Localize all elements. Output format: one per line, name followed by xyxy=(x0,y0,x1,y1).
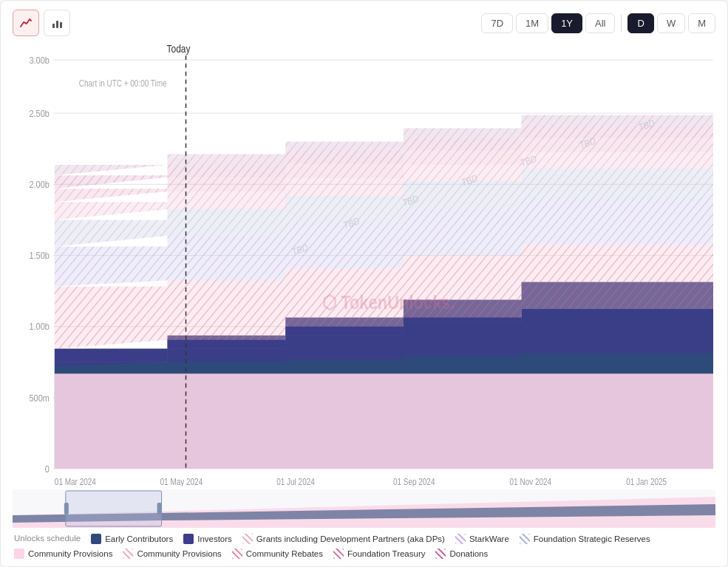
toolbar-divider xyxy=(621,14,622,32)
chart-subtitle: Chart in UTC + 00:00 Time xyxy=(79,78,167,88)
main-chart-svg: 3.00b 2.50b 2.00b 1.50b 1.00b 500m 0 Cha… xyxy=(13,42,715,486)
x-label-sep: 01 Sep 2024 xyxy=(393,477,435,486)
line-chart-icon xyxy=(19,16,33,30)
bar-chart-icon xyxy=(50,16,64,30)
starkware-label: StarkWare xyxy=(469,534,509,543)
y-label-250b: 2.50b xyxy=(29,108,50,119)
grants-swatch xyxy=(242,534,253,544)
btn-1m[interactable]: 1M xyxy=(516,13,548,33)
y-label-500m: 500m xyxy=(29,393,49,404)
y-label-200b: 2.00b xyxy=(29,179,50,190)
legend-row-2: Community Provisions Community Provision… xyxy=(14,549,715,559)
community-prov-solid-label: Community Provisions xyxy=(28,549,112,558)
legend-investors: Investors xyxy=(183,534,232,544)
donations-swatch xyxy=(435,549,446,559)
legend-donations: Donations xyxy=(435,549,488,559)
watermark: ⬡ TokenUnlocks. xyxy=(322,291,455,313)
legend-starkware: StarkWare xyxy=(455,534,509,544)
donations-label: Donations xyxy=(449,549,488,558)
toolbar: 7D 1M 1Y All D W M xyxy=(13,10,715,36)
y-label-300b: 3.00b xyxy=(29,55,50,66)
foundation-reserves-label: Foundation Strategic Reserves xyxy=(534,534,650,543)
minimap-area[interactable] xyxy=(13,489,715,528)
x-label-may: 01 May 2024 xyxy=(160,477,203,486)
svg-rect-20 xyxy=(66,491,162,526)
x-label-jul: 01 Jul 2024 xyxy=(276,477,315,486)
legend-section-label: Unlocks schedule xyxy=(14,534,81,544)
y-label-150b: 1.50b xyxy=(29,250,50,261)
early-contributors-swatch xyxy=(91,534,101,544)
community-prov-solid-swatch xyxy=(14,549,24,559)
btn-1y[interactable]: 1Y xyxy=(551,13,582,33)
legend-foundation-reserves: Foundation Strategic Reserves xyxy=(520,534,650,544)
y-label-100b: 1.00b xyxy=(29,321,50,332)
investors-swatch xyxy=(183,534,194,544)
svg-rect-23 xyxy=(157,503,162,515)
btn-m[interactable]: M xyxy=(688,13,715,33)
foundation-treasury-swatch xyxy=(333,549,344,559)
main-container: 7D 1M 1Y All D W M xyxy=(0,0,728,567)
minimap-svg xyxy=(13,489,715,528)
community-prov-hatch-swatch xyxy=(123,549,133,559)
chart-area[interactable]: 3.00b 2.50b 2.00b 1.50b 1.00b 500m 0 Cha… xyxy=(13,42,715,486)
grants-label: Grants including Development Partners (a… xyxy=(256,534,445,543)
today-label: Today xyxy=(167,43,191,55)
btn-d[interactable]: D xyxy=(627,13,653,33)
x-label-mar: 01 Mar 2024 xyxy=(55,477,96,486)
legend-community-prov-hatch: Community Provisions xyxy=(123,549,221,559)
toolbar-right: 7D 1M 1Y All D W M xyxy=(481,13,715,33)
community-prov-hatch-label: Community Provisions xyxy=(137,549,221,558)
toolbar-left xyxy=(13,10,70,36)
investors-label: Investors xyxy=(197,534,232,543)
starkware-swatch xyxy=(455,534,466,544)
community-prov-solid xyxy=(55,373,713,469)
foundation-treasury-label: Foundation Treasury xyxy=(347,549,425,558)
svg-rect-0 xyxy=(52,24,55,28)
legend-community-rebates: Community Rebates xyxy=(232,549,323,559)
community-rebates-label: Community Rebates xyxy=(246,549,323,558)
foundation-reserves-swatch xyxy=(520,534,530,544)
btn-all[interactable]: All xyxy=(585,13,615,33)
y-label-0: 0 xyxy=(45,464,50,475)
svg-rect-2 xyxy=(60,22,62,28)
early-contributors-label: Early Contributors xyxy=(105,534,173,543)
legend-foundation-treasury: Foundation Treasury xyxy=(333,549,425,559)
legend-early-contributors: Early Contributors xyxy=(91,534,173,544)
line-chart-icon-btn[interactable] xyxy=(13,10,39,36)
x-label-nov: 01 Nov 2024 xyxy=(510,477,552,486)
svg-rect-1 xyxy=(56,21,58,28)
community-rebates-swatch xyxy=(232,549,242,559)
legend: Unlocks schedule Early Contributors Inve… xyxy=(13,534,715,559)
x-label-jan: 01 Jan 2025 xyxy=(626,477,667,486)
bar-chart-icon-btn[interactable] xyxy=(44,10,70,36)
legend-row-1: Unlocks schedule Early Contributors Inve… xyxy=(14,534,715,544)
legend-grants: Grants including Development Partners (a… xyxy=(242,534,445,544)
btn-7d[interactable]: 7D xyxy=(481,13,513,33)
btn-w[interactable]: W xyxy=(657,13,685,33)
svg-rect-22 xyxy=(64,503,69,515)
legend-community-prov-solid: Community Provisions xyxy=(14,549,112,559)
